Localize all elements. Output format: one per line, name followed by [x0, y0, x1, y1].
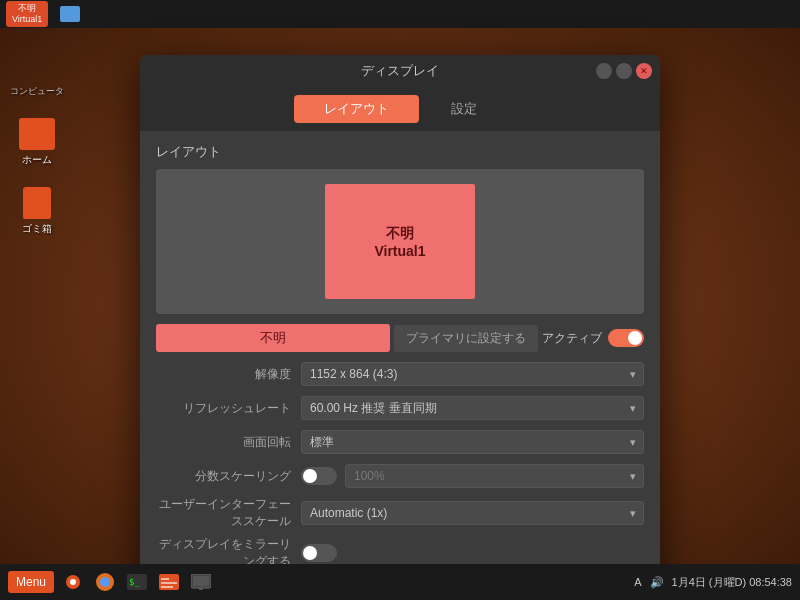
active-toggle[interactable] — [608, 329, 644, 347]
section-layout-title: レイアウト — [156, 143, 644, 161]
titlebar-controls: ─ □ ✕ — [596, 63, 652, 79]
sidebar-item-home[interactable]: ホーム — [19, 118, 55, 167]
svg-point-1 — [70, 579, 76, 585]
resolution-label: 解像度 — [156, 366, 301, 383]
display-dialog: ディスプレイ ─ □ ✕ レイアウト 設定 レイアウト 不明 Virtual1 — [140, 55, 660, 600]
monitor-preview[interactable]: 不明 Virtual1 — [325, 184, 475, 299]
fraction-percent-wrapper: 100% — [345, 464, 644, 488]
dialog-tabs: レイアウト 設定 — [140, 87, 660, 131]
date-time: 1月4日 (月曜D) 08:54:38 — [672, 575, 792, 590]
bottom-taskbar: Menu $_ — [0, 564, 800, 600]
fraction-row: 分数スケーリング 100% — [156, 462, 644, 490]
rotation-label: 画面回転 — [156, 434, 301, 451]
ui-scale-select-wrapper: Automatic (1x) — [301, 501, 644, 525]
sidebar-item-computer[interactable]: コンピュータ — [10, 85, 64, 98]
refresh-select-wrapper: 60.00 Hz 推奨 垂直同期 — [301, 396, 644, 420]
active-toggle-area: アクティブ — [542, 329, 644, 347]
tab-layout[interactable]: レイアウト — [294, 95, 419, 123]
virtual1-label: 不明 Virtual1 — [6, 1, 48, 27]
tab-settings[interactable]: 設定 — [421, 95, 507, 123]
dialog-titlebar: ディスプレイ ─ □ ✕ — [140, 55, 660, 87]
svg-rect-12 — [199, 588, 203, 590]
refresh-row: リフレッシュレート 60.00 Hz 推奨 垂直同期 — [156, 394, 644, 422]
monitor-name: 不明 Virtual1 — [374, 225, 425, 259]
file-manager-icon[interactable] — [60, 6, 80, 22]
svg-rect-11 — [193, 576, 209, 586]
display-name-badge: 不明 — [156, 324, 390, 352]
resolution-row: 解像度 1152 x 864 (4:3) — [156, 360, 644, 388]
close-button[interactable]: ✕ — [636, 63, 652, 79]
minimize-button[interactable]: ─ — [596, 63, 612, 79]
mirror-toggle[interactable] — [301, 544, 337, 562]
taskbar-right: A 🔊 1月4日 (月曜D) 08:54:38 — [634, 575, 792, 590]
display-preview: 不明 Virtual1 — [156, 169, 644, 314]
taskbar-firefox-icon[interactable] — [92, 569, 118, 595]
fraction-toggle[interactable] — [301, 467, 337, 485]
rotation-row: 画面回転 標準 — [156, 428, 644, 456]
svg-point-3 — [100, 577, 110, 587]
taskbar-display-icon[interactable] — [188, 569, 214, 595]
volume-icon: 🔊 — [650, 576, 664, 589]
dialog-title: ディスプレイ — [361, 62, 439, 80]
taskbar-terminal-icon[interactable]: $_ — [124, 569, 150, 595]
refresh-label: リフレッシュレート — [156, 400, 301, 417]
home-icon — [19, 118, 55, 150]
refresh-select[interactable]: 60.00 Hz 推奨 垂直同期 — [301, 396, 644, 420]
rotation-select[interactable]: 標準 — [301, 430, 644, 454]
restore-button[interactable]: □ — [616, 63, 632, 79]
svg-rect-8 — [161, 582, 177, 584]
ui-scale-select[interactable]: Automatic (1x) — [301, 501, 644, 525]
active-label: アクティブ — [542, 330, 602, 347]
taskbar-files-icon[interactable] — [156, 569, 182, 595]
rotation-select-wrapper: 標準 — [301, 430, 644, 454]
ui-scale-label: ユーザーインターフェーススケール — [156, 496, 301, 530]
top-taskbar: 不明 Virtual1 — [0, 0, 800, 28]
keyboard-indicator: A — [634, 576, 641, 588]
display-name-row: 不明 プライマリに設定する アクティブ — [156, 324, 644, 352]
svg-rect-9 — [161, 586, 173, 588]
sidebar-item-trash[interactable]: ゴミ箱 — [22, 187, 52, 236]
resolution-select-wrapper: 1152 x 864 (4:3) — [301, 362, 644, 386]
fraction-label: 分数スケーリング — [156, 468, 301, 485]
fraction-controls: 100% — [301, 464, 644, 488]
taskbar-settings-icon[interactable] — [60, 569, 86, 595]
resolution-select[interactable]: 1152 x 864 (4:3) — [301, 362, 644, 386]
svg-rect-7 — [161, 578, 169, 580]
set-primary-button[interactable]: プライマリに設定する — [394, 325, 538, 352]
fraction-select[interactable]: 100% — [345, 464, 644, 488]
svg-text:$_: $_ — [129, 577, 140, 587]
menu-button[interactable]: Menu — [8, 571, 54, 593]
desktop: 不明 Virtual1 コンピュータ ホーム ゴミ箱 ディスプレイ ─ □ — [0, 0, 800, 600]
trash-icon — [23, 187, 51, 219]
sidebar: コンピュータ ホーム ゴミ箱 — [10, 35, 64, 236]
ui-scale-row: ユーザーインターフェーススケール Automatic (1x) — [156, 496, 644, 530]
dialog-content: レイアウト 不明 Virtual1 不明 プライマリに設定する アクティブ — [140, 131, 660, 588]
